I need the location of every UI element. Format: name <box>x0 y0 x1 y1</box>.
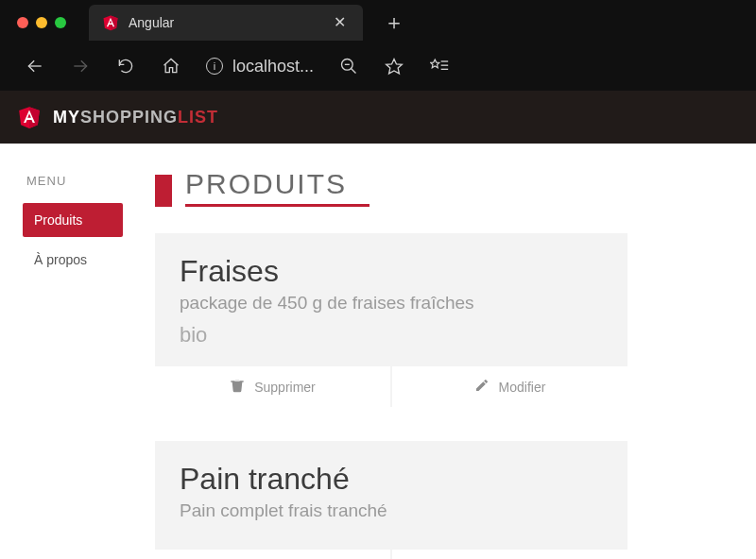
sidebar-item-produits[interactable]: Produits <box>23 203 123 237</box>
home-button[interactable] <box>161 56 181 76</box>
brand-part-3: LIST <box>178 108 218 127</box>
close-tab-button[interactable]: ✕ <box>330 11 350 34</box>
product-description: package de 450 g de fraises fraîches <box>180 293 603 313</box>
new-tab-button[interactable]: ＋ <box>374 7 414 39</box>
sidebar-heading: MENU <box>26 174 136 188</box>
close-window-button[interactable] <box>17 17 28 28</box>
favorites-list-button[interactable] <box>429 56 450 76</box>
product-card-actions: Supprimer Modifier <box>155 364 627 407</box>
svg-line-5 <box>352 69 356 74</box>
window-controls <box>17 17 66 28</box>
forward-button[interactable] <box>70 56 91 76</box>
product-card: Fraises package de 450 g de fraises fraî… <box>155 233 627 407</box>
browser-toolbar: i localhost... <box>0 45 756 91</box>
page-heading: PRODUITS <box>155 168 747 207</box>
svg-marker-7 <box>387 59 403 74</box>
minimize-window-button[interactable] <box>36 17 47 28</box>
product-card-body: Pain tranché Pain complet frais tranché <box>155 441 627 548</box>
app-navbar: MYSHOPPINGLIST <box>0 91 756 144</box>
browser-chrome: Angular ✕ ＋ i localhost... <box>0 0 756 91</box>
product-card: Pain tranché Pain complet frais tranché … <box>155 441 627 559</box>
browser-tab[interactable]: Angular ✕ <box>89 5 363 41</box>
main-content: PRODUITS Fraises package de 450 g de fra… <box>155 168 756 559</box>
page-title: PRODUITS <box>185 168 369 207</box>
svg-marker-8 <box>431 59 439 68</box>
delete-button[interactable]: Supprimer <box>155 550 390 559</box>
angular-icon <box>102 14 119 31</box>
product-name: Fraises <box>180 254 603 289</box>
sidebar-item-label: À propos <box>34 252 87 267</box>
edit-icon <box>474 378 490 396</box>
product-tag: bio <box>180 323 603 347</box>
delete-label: Supprimer <box>254 380 316 395</box>
url-text: localhost... <box>232 57 314 76</box>
brand-part-1: MY <box>53 108 80 127</box>
zoom-out-button[interactable] <box>338 56 359 76</box>
sidebar: MENU Produits À propos <box>23 168 136 559</box>
app-title: MYSHOPPINGLIST <box>53 108 218 127</box>
sidebar-item-apropos[interactable]: À propos <box>23 243 123 277</box>
page-body: MENU Produits À propos PRODUITS Fraises … <box>0 144 756 559</box>
reload-button[interactable] <box>115 56 136 76</box>
address-bar[interactable]: i localhost... <box>206 57 314 76</box>
tab-strip: Angular ✕ ＋ <box>0 0 756 45</box>
product-card-actions: Supprimer Modifier <box>155 548 627 559</box>
svg-marker-13 <box>29 107 40 128</box>
trash-icon <box>230 378 245 396</box>
angular-shield-icon <box>17 105 42 129</box>
favorite-button[interactable] <box>384 56 404 76</box>
product-name: Pain tranché <box>180 462 603 497</box>
delete-button[interactable]: Supprimer <box>155 366 390 407</box>
edit-button[interactable]: Modifier <box>390 366 627 407</box>
back-button[interactable] <box>25 56 45 76</box>
product-card-body: Fraises package de 450 g de fraises fraî… <box>155 233 627 364</box>
edit-button[interactable]: Modifier <box>390 550 627 559</box>
tab-title: Angular <box>129 15 320 30</box>
sidebar-item-label: Produits <box>34 212 82 228</box>
heading-accent <box>155 175 172 207</box>
edit-label: Modifier <box>499 380 546 395</box>
product-description: Pain complet frais tranché <box>180 500 603 521</box>
maximize-window-button[interactable] <box>55 17 66 28</box>
site-info-icon[interactable]: i <box>206 58 223 75</box>
svg-marker-1 <box>111 16 118 31</box>
brand-part-2: SHOPPING <box>80 108 178 127</box>
